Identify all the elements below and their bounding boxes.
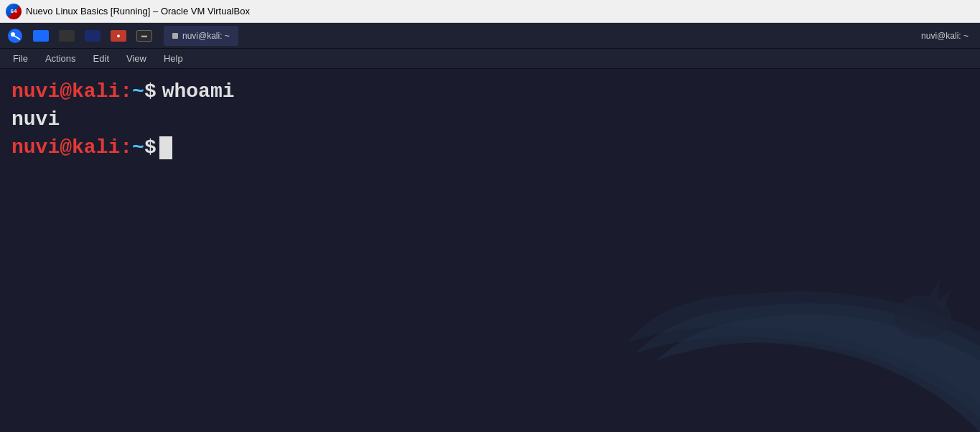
blue-icon bbox=[33, 30, 49, 42]
prompt-user-2: nuvi bbox=[11, 133, 60, 161]
app-logo: 64 bbox=[6, 4, 22, 19]
kali-logo-button[interactable] bbox=[3, 26, 27, 46]
screen-icon: ▬ bbox=[136, 30, 152, 42]
menu-edit[interactable]: Edit bbox=[86, 50, 116, 67]
prompt-dollar-2: $ bbox=[144, 133, 157, 161]
darkblue-toolbar-button[interactable] bbox=[80, 26, 105, 46]
dark-icon bbox=[59, 30, 75, 42]
menu-actions[interactable]: Actions bbox=[38, 50, 83, 67]
tab-label: nuvi@kali: ~ bbox=[182, 31, 230, 41]
dark-toolbar-button[interactable] bbox=[55, 26, 79, 46]
menu-help[interactable]: Help bbox=[157, 50, 190, 67]
menu-file[interactable]: File bbox=[6, 50, 35, 67]
prompt-dollar-1: $ bbox=[144, 78, 157, 105]
terminal-line-2: nuvi @ kali : ~ $ bbox=[11, 133, 969, 161]
prompt-host-2: kali bbox=[72, 133, 120, 161]
terminal-line-1: nuvi @ kali : ~ $ whoami bbox=[11, 78, 969, 105]
title-bar: 64 Nuevo Linux Basics [Running] – Oracle… bbox=[0, 0, 980, 23]
prompt-tilde-1: ~ bbox=[132, 78, 144, 105]
kali-watermark bbox=[621, 217, 980, 432]
menu-view[interactable]: View bbox=[119, 50, 154, 67]
command-whoami: whoami bbox=[162, 78, 235, 105]
darkblue-icon bbox=[85, 30, 101, 42]
prompt-tilde-2: ~ bbox=[132, 133, 144, 161]
prompt-at-1: @ bbox=[60, 78, 72, 105]
terminal-area[interactable]: nuvi @ kali : ~ $ whoami nuvi nuvi @ kal… bbox=[0, 69, 980, 432]
red-circle-icon: ● bbox=[111, 30, 126, 42]
tab-dot bbox=[172, 33, 178, 39]
toolbar: ● ▬ nuvi@kali: ~ nuvi@kali: ~ bbox=[0, 23, 980, 49]
terminal-output-1: nuvi bbox=[11, 105, 969, 133]
prompt-user-1: nuvi bbox=[11, 78, 60, 105]
prompt-at-2: @ bbox=[60, 133, 72, 161]
toolbar-right-label: nuvi@kali: ~ bbox=[921, 31, 977, 41]
prompt-host-1: kali bbox=[72, 78, 120, 105]
red-circle-button[interactable]: ● bbox=[106, 26, 131, 46]
prompt-colon-1: : bbox=[120, 78, 132, 105]
window-title: Nuevo Linux Basics [Running] – Oracle VM… bbox=[26, 6, 974, 17]
output-text-nuvi: nuvi bbox=[11, 108, 60, 131]
blue-toolbar-button[interactable] bbox=[29, 26, 53, 46]
terminal-tab[interactable]: nuvi@kali: ~ bbox=[164, 26, 238, 46]
screen-button[interactable]: ▬ bbox=[132, 26, 157, 46]
terminal-cursor bbox=[159, 136, 172, 159]
menu-bar: File Actions Edit View Help bbox=[0, 49, 980, 69]
prompt-colon-2: : bbox=[120, 133, 132, 161]
kali-icon bbox=[7, 28, 23, 44]
